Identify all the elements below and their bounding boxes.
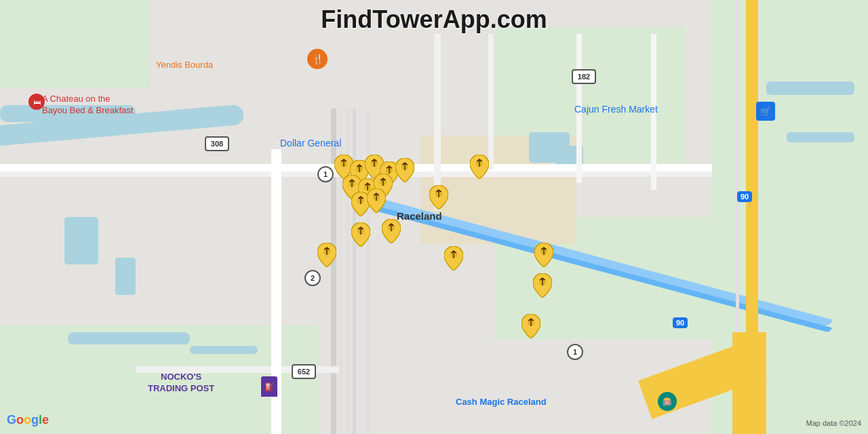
- route-1a: 1: [317, 166, 334, 182]
- map-attribution: Map data ©2024: [806, 419, 862, 427]
- road-n1: [434, 34, 441, 210]
- tower-16[interactable]: [534, 243, 553, 270]
- map-container[interactable]: FindTowerApp.com Yendis Bourda 🍴 A Chate…: [0, 0, 868, 434]
- road-v5: [359, 108, 363, 434]
- tower-10[interactable]: [367, 189, 386, 216]
- tower-15[interactable]: [317, 243, 336, 270]
- highway-90a: 90: [737, 191, 752, 202]
- water-pond-2: [115, 258, 136, 295]
- tower-12[interactable]: [382, 219, 401, 246]
- google-logo: Google: [7, 413, 49, 427]
- casino-icon: 🎰: [658, 392, 677, 411]
- water-pond-1: [64, 217, 98, 264]
- a-chateau-label: A Chateau on theBayou Bed & Breakfast: [42, 94, 178, 117]
- hotel-icon: 🛏: [28, 94, 45, 110]
- restaurant-icon: 🍴: [307, 49, 328, 69]
- water-ne-2: [787, 132, 854, 142]
- highway-90-south: [732, 332, 766, 434]
- route-2: 2: [304, 270, 321, 286]
- tower-19[interactable]: [470, 155, 489, 182]
- highway-90b: 90: [673, 317, 688, 328]
- road-n2: [488, 34, 494, 170]
- tower-18[interactable]: [521, 314, 540, 341]
- nockos-label: NOCKO'STRADING POST: [148, 372, 214, 395]
- yendis-bourda-label: Yendis Bourda: [156, 60, 213, 70]
- tower-11[interactable]: [351, 222, 370, 250]
- site-title: FindTowerApp.com: [321, 5, 547, 34]
- dollar-general-label: Dollar General: [280, 138, 341, 149]
- tower-5[interactable]: [395, 158, 414, 185]
- cajun-fresh-label: Cajun Fresh Market: [574, 104, 658, 115]
- gas-icon: ⛽: [261, 376, 277, 397]
- tower-14[interactable]: [444, 246, 463, 273]
- route-308: 308: [205, 136, 229, 151]
- water-channel-2: [190, 346, 258, 354]
- green-area-nw: [0, 0, 149, 88]
- cash-magic-label: Cash Magic Raceland: [456, 397, 547, 407]
- tower-13[interactable]: [429, 185, 448, 212]
- route-1b: 1: [567, 344, 583, 360]
- water-ne: [766, 81, 854, 95]
- route-182: 182: [572, 69, 596, 84]
- shopping-icon: 🛒: [756, 102, 775, 121]
- route-652: 652: [292, 364, 316, 379]
- tower-17[interactable]: [533, 273, 552, 300]
- water-channel-1: [68, 332, 190, 344]
